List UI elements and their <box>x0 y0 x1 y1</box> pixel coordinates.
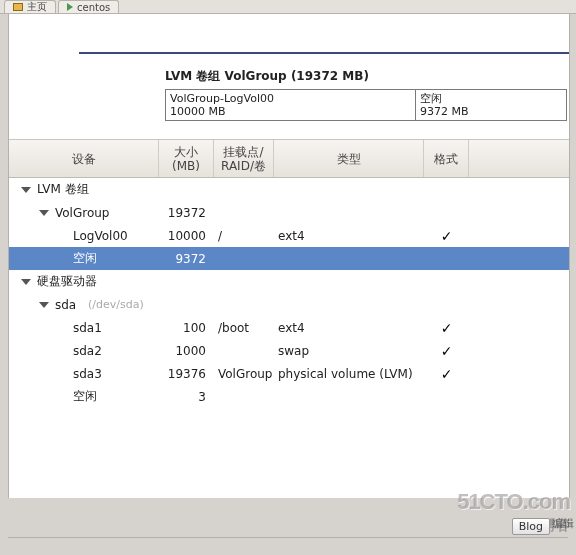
vg-title: LVM 卷组 VolGroup (19372 MB) <box>165 68 561 85</box>
watermark-text: 51CTO.com <box>457 489 570 515</box>
table-row[interactable]: LVM 卷组 <box>9 178 569 201</box>
col-extra <box>469 140 509 177</box>
size-cell: 1000 <box>159 343 214 359</box>
table-row[interactable]: 空闲 3 <box>9 385 569 408</box>
table-row[interactable]: sda2 1000 swap ✓ <box>9 339 569 362</box>
size-cell: 3 <box>159 389 214 405</box>
mount-cell: /boot <box>214 320 274 336</box>
dev-label: sda3 <box>73 367 102 381</box>
size-cell: 19376 <box>159 366 214 382</box>
dev-label: sda2 <box>73 344 102 358</box>
table-row[interactable]: sda1 100 /boot ext4 ✓ <box>9 316 569 339</box>
col-format[interactable]: 格式 <box>424 140 469 177</box>
vg-segment-free[interactable]: 空闲 9372 MB <box>416 90 566 120</box>
size-cell: 9372 <box>159 251 214 267</box>
edit-label: 编辑 <box>552 516 574 531</box>
vg-seg-size: 10000 MB <box>170 105 411 118</box>
dev-label: VolGroup <box>55 206 110 220</box>
play-icon <box>67 3 73 11</box>
size-cell: 19372 <box>159 205 214 221</box>
tab-strip: 主页 centos <box>0 0 576 14</box>
check-icon: ✓ <box>441 366 453 382</box>
dev-label: sda1 <box>73 321 102 335</box>
table-header: 设备 大小 (MB) 挂载点/ RAID/卷 类型 格式 <box>9 140 569 178</box>
type-cell: ext4 <box>274 320 424 336</box>
dev-label: sda <box>55 298 76 312</box>
size-cell: 10000 <box>159 228 214 244</box>
vg-panel: LVM 卷组 VolGroup (19372 MB) VolGroup-LogV… <box>157 62 569 131</box>
table-row[interactable]: sda (/dev/sda) <box>9 293 569 316</box>
mount-cell: / <box>214 228 274 244</box>
table-row[interactable]: VolGroup 19372 <box>9 201 569 224</box>
page-content: LVM 卷组 VolGroup (19372 MB) VolGroup-LogV… <box>8 14 570 498</box>
check-icon: ✓ <box>441 320 453 336</box>
vg-usage-bar: VolGroup-LogVol00 10000 MB 空闲 9372 MB <box>165 89 567 121</box>
chevron-down-icon[interactable] <box>21 279 31 285</box>
size-cell: 100 <box>159 320 214 336</box>
chevron-down-icon[interactable] <box>39 302 49 308</box>
type-cell: swap <box>274 343 424 359</box>
vg-seg-size: 9372 MB <box>420 105 562 118</box>
dev-label: LogVol00 <box>73 229 128 243</box>
chevron-down-icon[interactable] <box>21 187 31 193</box>
table-row[interactable]: LogVol00 10000 / ext4 ✓ <box>9 224 569 247</box>
partition-table: 设备 大小 (MB) 挂载点/ RAID/卷 类型 格式 LVM 卷组 VolG… <box>9 139 569 498</box>
type-cell: physical volume (LVM) <box>274 366 424 382</box>
tab-home[interactable]: 主页 <box>4 0 56 13</box>
vg-seg-name: VolGroup-LogVol00 <box>170 92 411 105</box>
tab-label: centos <box>77 2 110 13</box>
col-type[interactable]: 类型 <box>274 140 424 177</box>
dev-label: LVM 卷组 <box>37 181 89 198</box>
table-row-selected[interactable]: 空闲 9372 <box>9 247 569 270</box>
header-bar <box>79 14 569 54</box>
col-device[interactable]: 设备 <box>9 140 159 177</box>
col-size[interactable]: 大小 (MB) <box>159 140 214 177</box>
table-blank <box>9 408 569 498</box>
chevron-down-icon[interactable] <box>39 210 49 216</box>
folder-icon <box>13 3 23 11</box>
check-icon: ✓ <box>441 228 453 244</box>
mount-cell: VolGroup <box>214 366 274 382</box>
type-cell: ext4 <box>274 228 424 244</box>
dev-label: 空闲 <box>73 388 97 405</box>
tab-centos[interactable]: centos <box>58 0 119 13</box>
blog-button[interactable]: Blog <box>512 518 550 535</box>
dev-label: 硬盘驱动器 <box>37 273 97 290</box>
table-row[interactable]: 硬盘驱动器 <box>9 270 569 293</box>
vg-segment-logvol[interactable]: VolGroup-LogVol00 10000 MB <box>166 90 416 120</box>
dev-path: (/dev/sda) <box>88 298 144 311</box>
dev-label: 空闲 <box>73 250 97 267</box>
status-bar <box>8 537 568 551</box>
vg-seg-name: 空闲 <box>420 92 562 105</box>
tab-label: 主页 <box>27 0 47 14</box>
col-mount[interactable]: 挂载点/ RAID/卷 <box>214 140 274 177</box>
check-icon: ✓ <box>441 343 453 359</box>
table-row[interactable]: sda3 19376 VolGroup physical volume (LVM… <box>9 362 569 385</box>
